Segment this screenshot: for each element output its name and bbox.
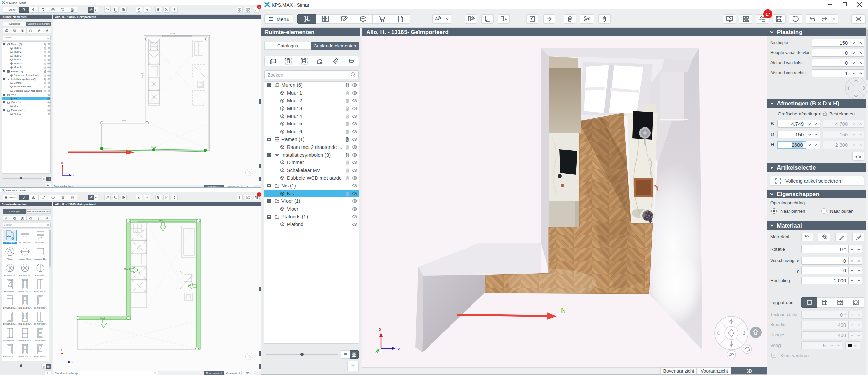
svg-text:A: A xyxy=(138,9,139,11)
svg-text:A: A xyxy=(90,196,91,198)
svg-text:Muur 2: Muur 2 xyxy=(151,146,156,148)
svg-text:x: x xyxy=(379,327,382,332)
svg-text:Muur 2: Muur 2 xyxy=(124,268,130,270)
svg-text:A: A xyxy=(138,197,139,198)
svg-text:2D: 2D xyxy=(7,234,11,237)
svg-text:N: N xyxy=(561,307,566,314)
svg-text:A: A xyxy=(435,17,438,21)
svg-text:x: x xyxy=(61,349,62,351)
svg-text:Muur 4: Muur 4 xyxy=(188,284,193,286)
svg-text:Muur 3: Muur 3 xyxy=(159,220,165,222)
svg-text:z: z xyxy=(72,361,74,364)
svg-text:A: A xyxy=(531,18,533,21)
svg-text:A: A xyxy=(90,9,91,11)
svg-text:Muur 3: Muur 3 xyxy=(170,33,175,35)
svg-text:Muur 6: Muur 6 xyxy=(141,73,143,78)
svg-text:x: x xyxy=(61,162,63,164)
svg-text:z: z xyxy=(398,346,400,351)
svg-text:Muur 5: Muur 5 xyxy=(122,119,127,121)
svg-text:z: z xyxy=(73,174,74,177)
svg-text:Muur 1: Muur 1 xyxy=(100,317,105,319)
